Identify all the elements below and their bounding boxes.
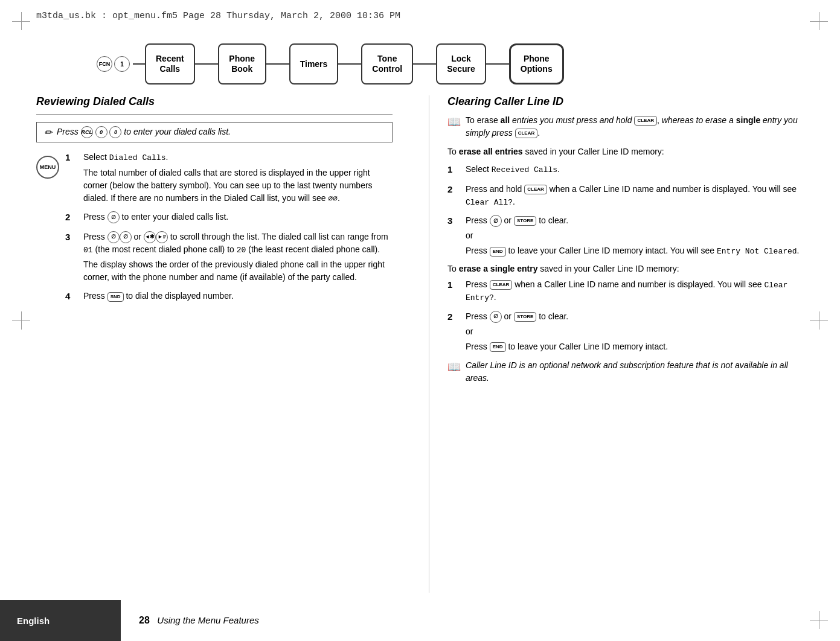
step3-left-btn[interactable]: ◄✱ xyxy=(144,231,156,243)
step-nav-btn3[interactable]: ∅ xyxy=(490,215,502,227)
left-column: Reviewing Dialed Calls ✏ Press RCL 0 0 t… xyxy=(36,95,405,593)
note-box-2: 📖 Caller Line ID is an optional network … xyxy=(447,359,804,384)
step-1-code: Dialed Calls xyxy=(109,153,166,162)
tab-lock-secure[interactable]: LockSecure xyxy=(436,43,486,85)
connector-1 xyxy=(194,63,219,65)
zero1-button[interactable]: 0 xyxy=(95,126,107,138)
right-step-2-2-content: Press ∅ or STORE to clear. or Press END … xyxy=(466,310,804,353)
or-detail-2: Press END to leave your Caller Line ID m… xyxy=(466,340,804,353)
tab-phone-options-label: PhoneOptions xyxy=(521,54,553,74)
right-step-1-2: 2 Press and hold CLEAR when a Caller Lin… xyxy=(447,183,804,209)
tab-recent-calls-label: RecentCalls xyxy=(156,54,184,74)
tab-recent-calls[interactable]: RecentCalls xyxy=(145,43,195,85)
end-btn-2[interactable]: END xyxy=(490,342,506,352)
tab-timers[interactable]: Timers xyxy=(289,43,339,85)
nav-tabs: RecentCalls PhoneBook Timers ToneControl… xyxy=(145,43,804,85)
right-step-1-3: 3 Press ∅ or STORE to clear. or Press EN… xyxy=(447,214,804,258)
one-button[interactable]: 1 xyxy=(114,56,130,72)
step-2-content: Press ∅ to enter your dialed calls list. xyxy=(83,211,393,225)
clear-btn-2[interactable]: CLEAR xyxy=(515,129,538,138)
or-detail-1: Press END to leave your Caller Line ID m… xyxy=(466,244,804,258)
step-2: 2 Press ∅ to enter your dialed calls lis… xyxy=(65,211,393,225)
right-step-1-1: 1 Select Received Calls. xyxy=(447,163,804,177)
step2-nav-button[interactable]: ∅ xyxy=(107,211,120,223)
right-step-1-2-content: Press and hold CLEAR when a Caller Line … xyxy=(466,183,804,209)
left-section-title: Reviewing Dialed Calls xyxy=(36,95,393,108)
step-3-num: 3 xyxy=(65,231,77,284)
tab-phone-options[interactable]: PhoneOptions xyxy=(509,43,564,85)
tab-tone-control[interactable]: ToneControl xyxy=(361,43,413,85)
step-1: 1 Select Dialed Calls. The total number … xyxy=(65,151,393,205)
end-btn-1[interactable]: END xyxy=(490,247,506,257)
tab-phone-book-label: PhoneBook xyxy=(229,54,255,74)
footer-page-num: 28 xyxy=(139,615,150,625)
store-btn-1[interactable]: STORE xyxy=(514,216,536,226)
step3-nav-btn2[interactable]: ∅ xyxy=(120,231,132,243)
step-nav-btn4[interactable]: ∅ xyxy=(490,311,502,323)
zero2-button[interactable]: 0 xyxy=(109,126,121,138)
header-filename: m3tda_us.bk : opt_menu.fm5 Page 28 Thurs… xyxy=(36,11,804,21)
right-para1: To erase all entries saved in your Calle… xyxy=(447,145,804,158)
step-1-num: 1 xyxy=(65,151,77,205)
step-1-content: Select Dialed Calls. The total number of… xyxy=(83,151,393,205)
right-step-1-2-num: 2 xyxy=(447,183,460,209)
step-4: 4 Press SND to dial the displayed number… xyxy=(65,290,393,304)
pencil-icon: ✏ xyxy=(44,127,52,138)
note1-text: To erase all entries you must press and … xyxy=(466,114,804,139)
book-icon-2: 📖 xyxy=(447,359,461,384)
step-3-detail2: The display shows the order of the previ… xyxy=(83,258,393,284)
nav-menu: FCN 1 RecentCalls PhoneBook Timers ToneC… xyxy=(97,42,804,86)
connector-5 xyxy=(486,63,510,65)
or-text-2: or xyxy=(466,325,787,338)
clear-btn-3[interactable]: CLEAR xyxy=(524,185,547,194)
rcl-button[interactable]: RCL xyxy=(81,126,93,138)
right-section-title: Clearing Caller Line ID xyxy=(447,95,804,108)
note-box-1: 📖 To erase all entries you must press an… xyxy=(447,114,804,139)
footer-page-label: Using the Menu Features xyxy=(157,615,258,625)
step-3-content: Press ∅∅ or ◄✱►# to scroll through the l… xyxy=(83,231,393,284)
right-step-2-2-num: 2 xyxy=(447,310,460,353)
right-step-1-1-content: Select Received Calls. xyxy=(466,163,804,177)
tab-tone-control-label: ToneControl xyxy=(372,54,402,74)
step-4-num: 4 xyxy=(65,290,77,304)
right-step-2-1-content: Press CLEAR when a Caller Line ID name a… xyxy=(466,278,804,304)
right-step-2-1: 1 Press CLEAR when a Caller Line ID name… xyxy=(447,278,804,304)
right-step-1-3-num: 3 xyxy=(447,214,460,258)
connector-pre xyxy=(133,63,145,65)
left-divider xyxy=(36,114,393,115)
right-column: Clearing Caller Line ID 📖 To erase all e… xyxy=(429,95,804,593)
right-step-1-3-content: Press ∅ or STORE to clear. or Press END … xyxy=(466,214,804,258)
tab-timers-label: Timers xyxy=(300,59,328,69)
store-btn-2[interactable]: STORE xyxy=(514,312,536,322)
step-1-detail: The total number of dialed calls that ar… xyxy=(83,167,393,205)
crosshair-top-left xyxy=(12,12,30,30)
tab-lock-secure-label: LockSecure xyxy=(447,54,475,74)
content-area: Reviewing Dialed Calls ✏ Press RCL 0 0 t… xyxy=(36,95,804,593)
or-text-1: or xyxy=(466,229,787,242)
step3-nav-btn1[interactable]: ∅ xyxy=(107,231,120,243)
step-4-content: Press SND to dial the displayed number. xyxy=(83,290,393,304)
tab-phone-book[interactable]: PhoneBook xyxy=(218,43,266,85)
step3-right-btn[interactable]: ►# xyxy=(156,231,168,243)
right-step-2-1-num: 1 xyxy=(447,278,460,304)
step-2-num: 2 xyxy=(65,211,77,225)
book-icon-1: 📖 xyxy=(447,114,461,139)
crosshair-top-right xyxy=(810,12,828,30)
clear-btn-4[interactable]: CLEAR xyxy=(490,280,513,290)
fcn-button-group: FCN 1 xyxy=(97,56,130,72)
snd-button[interactable]: SND xyxy=(107,292,124,302)
connector-2 xyxy=(266,63,290,65)
clear-btn-1[interactable]: CLEAR xyxy=(634,116,657,126)
note2-text: Caller Line ID is an optional network an… xyxy=(466,359,804,384)
crosshair-mid-right xyxy=(810,311,828,330)
connector-4 xyxy=(412,63,437,65)
menu-button[interactable]: MENU xyxy=(36,156,59,179)
right-step-2-2: 2 Press ∅ or STORE to clear. or Press EN… xyxy=(447,310,804,353)
footer-page-info: 28 Using the Menu Features xyxy=(121,615,259,626)
right-para2: To erase a single entry saved in your Ca… xyxy=(447,264,804,273)
press-instruction-box: ✏ Press RCL 0 0 to enter your dialed cal… xyxy=(36,122,393,142)
fcn-button[interactable]: FCN xyxy=(97,56,112,72)
step-3: 3 Press ∅∅ or ◄✱►# to scroll through the… xyxy=(65,231,393,284)
connector-3 xyxy=(338,63,362,65)
crosshair-mid-left xyxy=(12,311,30,330)
